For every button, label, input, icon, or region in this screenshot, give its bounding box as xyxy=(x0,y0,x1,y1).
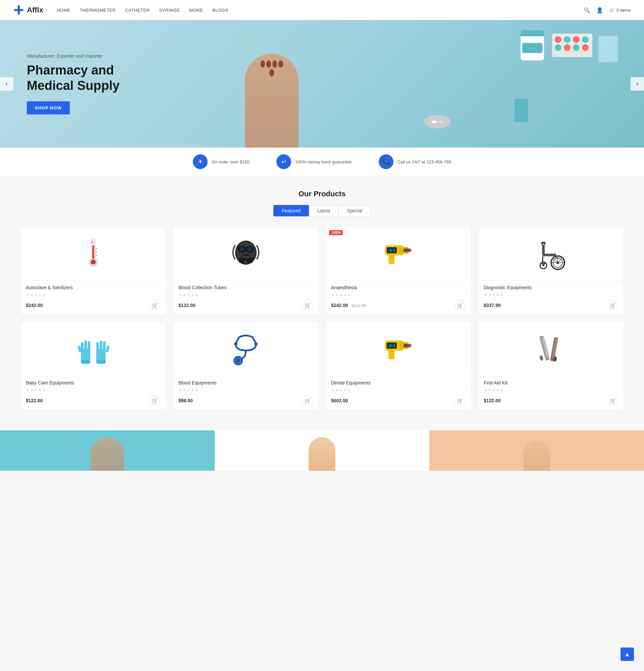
baby-care-image xyxy=(75,330,112,367)
svg-point-8 xyxy=(91,260,95,264)
svg-rect-53 xyxy=(81,342,83,352)
product-image-blood-tubes xyxy=(173,227,318,280)
add-to-cart-blood-tubes[interactable]: 🛒 xyxy=(302,300,313,311)
product-price-row-diagnostic: $337.99 🛒 xyxy=(484,300,618,311)
product-old-price-anaesthesia: $122.00 xyxy=(351,303,366,308)
hero-next-button[interactable]: › xyxy=(631,77,644,91)
feature-shipping: ✈ On order over $150 xyxy=(193,154,249,169)
product-info-diagnostic: Diagnostic Equipments ★★★★★ $337.99 🛒 xyxy=(478,280,623,315)
product-price-row-autoclave: $242.00 🛒 xyxy=(26,300,160,311)
product-name-dental: Dental Equipments xyxy=(331,380,466,385)
products-title: Our Products xyxy=(20,190,624,198)
product-info-first-aid: First Aid Kit ★★★★★ $122.00 🛒 xyxy=(478,376,623,410)
autoclave-image xyxy=(75,235,112,272)
product-card-autoclave: Autoclave & Sterilizers ★★★★★ $242.00 🛒 xyxy=(20,227,166,315)
product-image-first-aid xyxy=(478,322,623,376)
svg-rect-60 xyxy=(100,341,102,351)
product-image-dental: 36.6 xyxy=(326,322,471,376)
product-card-blood-equip: Blood Equipments ★★★★★ $98.00 🛒 xyxy=(173,322,319,410)
svg-rect-29 xyxy=(391,254,393,258)
product-stars-blood-tubes: ★★★★★ xyxy=(178,292,313,297)
add-to-cart-dental[interactable]: 🛒 xyxy=(455,395,466,406)
product-price-row-blood-equip: $98.00 🛒 xyxy=(178,395,313,406)
product-price-anaesthesia: $242.00 xyxy=(331,303,348,308)
product-info-blood-tubes: Blood Collection Tubes ★★★★★ $122.00 🛒 xyxy=(173,280,318,315)
product-name-blood-tubes: Blood Collection Tubes xyxy=(178,285,313,290)
chevron-left-icon: ‹ xyxy=(6,81,8,87)
product-name-baby-care: Baby Care Equipments xyxy=(26,380,160,385)
site-header: Affix HOME THERMOMETER CATHETER SYRINGE … xyxy=(0,0,644,20)
svg-point-79 xyxy=(409,344,412,347)
svg-rect-75 xyxy=(391,349,393,353)
product-stars-diagnostic: ★★★★★ xyxy=(484,292,618,297)
add-to-cart-anaesthesia[interactable]: 🛒 xyxy=(455,300,466,311)
logo-icon xyxy=(13,5,24,15)
svg-rect-59 xyxy=(96,342,99,352)
svg-rect-57 xyxy=(81,360,90,363)
feature-support-text: Call us 24/7 at 123-456-789 xyxy=(398,160,451,164)
logo[interactable]: Affix xyxy=(13,5,43,15)
cart-button[interactable]: 🛒 0 items xyxy=(609,8,631,13)
product-info-anaesthesia: Anaesthesia ★★★★★ $242.00 $122.00 🛒 xyxy=(326,280,471,315)
svg-rect-62 xyxy=(105,345,110,352)
add-to-cart-blood-equip[interactable]: 🛒 xyxy=(302,395,313,406)
product-price-row-baby-care: $122.00 🛒 xyxy=(26,395,160,406)
add-to-cart-baby-care[interactable]: 🛒 xyxy=(150,395,160,406)
tab-latest[interactable]: Latest xyxy=(309,205,338,216)
svg-point-70 xyxy=(236,359,240,363)
product-card-blood-tubes: Blood Collection Tubes ★★★★★ $122.00 🛒 xyxy=(173,227,319,315)
product-info-baby-care: Baby Care Equipments ★★★★★ $122.00 🛒 xyxy=(21,376,166,410)
products-section: Our Products Featured Latest Special xyxy=(0,176,644,430)
tab-special[interactable]: Special xyxy=(338,205,371,216)
product-card-baby-care: Baby Care Equipments ★★★★★ $122.00 🛒 xyxy=(20,322,166,410)
svg-rect-40 xyxy=(542,244,545,255)
nav-thermometer[interactable]: THERMOMETER xyxy=(80,8,116,13)
dental-image: 36.6 xyxy=(380,330,417,367)
product-stars-first-aid: ★★★★★ xyxy=(484,388,618,393)
anaesthesia-image: 36.6 xyxy=(380,235,417,272)
search-icon[interactable]: 🔍 xyxy=(584,7,590,13)
svg-point-84 xyxy=(539,355,544,361)
add-to-cart-diagnostic[interactable]: 🛒 xyxy=(607,300,618,311)
feature-shipping-text: On order over $150 xyxy=(212,160,249,164)
svg-point-38 xyxy=(542,264,544,266)
add-to-cart-first-aid[interactable]: 🛒 xyxy=(607,395,618,406)
product-image-diagnostic xyxy=(478,227,623,280)
product-price-row-dental: $602.00 🛒 xyxy=(331,395,466,406)
product-image-anaesthesia: -100% 36.6 xyxy=(326,227,471,280)
product-card-diagnostic: Diagnostic Equipments ★★★★★ $337.99 🛒 xyxy=(478,227,624,315)
nav-more[interactable]: MORE xyxy=(189,8,203,13)
feature-return: ↩ 100% money back guarantee xyxy=(276,154,352,169)
svg-rect-54 xyxy=(84,341,87,351)
product-price-dental: $602.00 xyxy=(331,398,348,403)
tab-featured[interactable]: Featured xyxy=(273,205,309,216)
hero-prev-button[interactable]: ‹ xyxy=(0,77,13,91)
svg-rect-61 xyxy=(103,341,106,351)
product-stars-anaesthesia: ★★★★★ xyxy=(331,292,466,297)
product-image-baby-care xyxy=(21,322,166,376)
hero-cta-button[interactable]: SHOP NOW xyxy=(27,101,70,114)
nav-home[interactable]: HOME xyxy=(57,8,70,13)
feature-return-text: 100% money back guarantee xyxy=(295,160,352,164)
user-icon[interactable]: 👤 xyxy=(596,7,603,13)
banner-teal xyxy=(0,430,215,471)
svg-point-17 xyxy=(239,247,245,252)
shipping-icon: ✈ xyxy=(192,153,209,170)
product-info-blood-equip: Blood Equipments ★★★★★ $98.00 🛒 xyxy=(173,376,318,410)
product-price-row-anaesthesia: $242.00 $122.00 🛒 xyxy=(331,300,466,311)
diagnostic-image xyxy=(533,235,569,272)
nav-catheter[interactable]: CATHETER xyxy=(125,8,150,13)
nav-blogs[interactable]: BLOGS xyxy=(212,8,228,13)
svg-point-33 xyxy=(409,249,412,252)
chevron-right-icon: › xyxy=(636,81,638,87)
product-badge-anaesthesia: -100% xyxy=(329,230,343,235)
svg-rect-7 xyxy=(92,245,94,259)
banner-peach xyxy=(429,430,644,471)
add-to-cart-autoclave[interactable]: 🛒 xyxy=(150,300,160,311)
products-tabs: Featured Latest Special xyxy=(20,205,624,216)
product-card-anaesthesia: -100% 36.6 xyxy=(325,227,471,315)
first-aid-image xyxy=(533,330,569,367)
logo-text: Affix xyxy=(27,6,43,14)
svg-rect-45 xyxy=(541,242,545,243)
nav-syringe[interactable]: SYRINGE xyxy=(159,8,180,13)
